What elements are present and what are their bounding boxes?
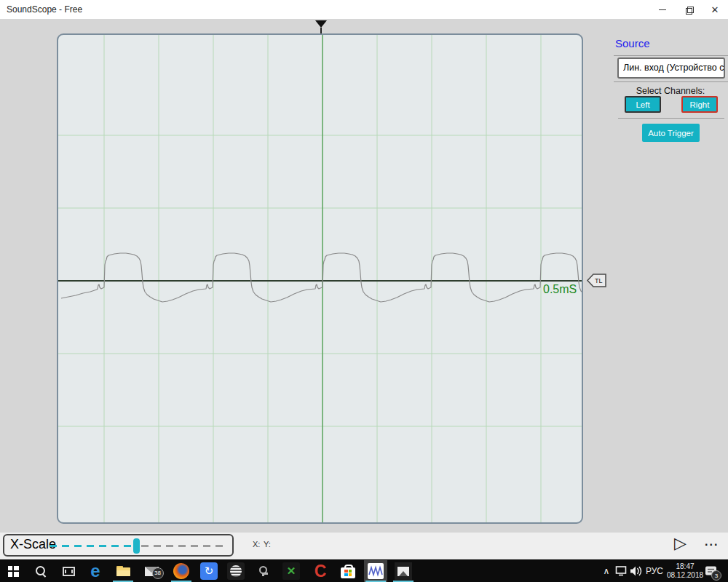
- green-x-icon: ✕: [282, 562, 300, 580]
- tray-show-hidden-icons[interactable]: ∧: [600, 560, 613, 582]
- title-bar: SoundScope - Free ✕: [0, 0, 728, 19]
- tray-date: 08.12.2018: [667, 571, 703, 580]
- task-view-button[interactable]: [57, 560, 80, 582]
- mail-icon: 38: [145, 567, 159, 576]
- minimize-button[interactable]: [649, 0, 676, 19]
- audio-device-select[interactable]: Лин. вход (Устройство с: [617, 57, 725, 79]
- taskbar-firefox[interactable]: [170, 560, 193, 582]
- mail-badge: 38: [152, 567, 164, 579]
- restore-icon: [686, 7, 692, 13]
- search-icon: [35, 565, 47, 577]
- main-area: 0.5mS TL Source Лин. вход (Устройство с …: [0, 19, 728, 533]
- taskbar-store[interactable]: [336, 560, 360, 582]
- restore-button[interactable]: [676, 0, 702, 19]
- scope-canvas: [58, 35, 582, 522]
- minimize-icon: [659, 9, 666, 10]
- divider: [614, 81, 728, 82]
- firefox-icon: [173, 563, 189, 579]
- taskbar-att-app[interactable]: [224, 560, 248, 582]
- x-scale-track-empty[interactable]: [141, 545, 226, 547]
- cursor-x-readout: X:: [253, 540, 260, 549]
- source-panel-title: Source: [615, 37, 650, 49]
- taskbar-file-explorer[interactable]: [111, 560, 135, 582]
- x-scale-group: X-Scale: [3, 534, 234, 557]
- notification-badge: 3: [711, 570, 721, 581]
- tray-time: 18:47: [676, 562, 694, 571]
- window-title: SoundScope - Free: [7, 0, 82, 19]
- taskbar-soundscope-active[interactable]: [364, 560, 387, 582]
- globe-icon: [227, 562, 245, 580]
- taskbar-x-app[interactable]: ✕: [280, 560, 303, 582]
- taskbar-ccleaner[interactable]: C: [309, 560, 332, 582]
- network-icon[interactable]: [614, 560, 629, 582]
- bottom-control-bar: X-Scale X: Y: ▷ ...: [0, 533, 728, 559]
- taskbar-sync-app[interactable]: ↻: [197, 560, 221, 582]
- right-channel-button[interactable]: Right: [681, 96, 718, 113]
- sync-icon: ↻: [200, 562, 218, 580]
- oscilloscope-display[interactable]: 0.5mS: [57, 33, 583, 524]
- soundscope-icon: [368, 563, 384, 579]
- task-view-icon: [63, 567, 75, 576]
- volume-icon[interactable]: [629, 560, 644, 582]
- action-center-button[interactable]: 3: [700, 560, 722, 582]
- play-button[interactable]: ▷: [674, 534, 687, 553]
- tl-text: TL: [595, 277, 603, 284]
- edge-icon: e: [90, 562, 100, 581]
- auto-trigger-button[interactable]: Auto Trigger: [642, 124, 700, 142]
- select-channels-label: Select Channels:: [614, 86, 727, 96]
- trigger-position-stem: [320, 28, 322, 33]
- taskbar-photos[interactable]: [392, 560, 415, 582]
- taskbar-mail[interactable]: 38: [140, 560, 163, 582]
- taskbar-edge[interactable]: e: [84, 560, 107, 582]
- taskbar: e 38 ↻ ✕ C ∧: [0, 560, 728, 582]
- folder-icon: [116, 566, 130, 576]
- photos-icon: [395, 562, 412, 580]
- cursor-y-readout: Y:: [264, 540, 271, 549]
- ccleaner-icon: C: [314, 562, 327, 581]
- divider: [618, 118, 724, 119]
- close-button[interactable]: ✕: [702, 0, 728, 19]
- x-scale-slider-thumb[interactable]: [133, 538, 140, 554]
- audio-device-value: Лин. вход (Устройство с: [623, 63, 724, 73]
- more-options-button[interactable]: ...: [705, 535, 719, 549]
- taskbar-key-tool[interactable]: [251, 560, 274, 582]
- left-channel-button[interactable]: Left: [625, 96, 661, 113]
- x-scale-track-filled[interactable]: [50, 545, 134, 547]
- windows-logo-icon: [8, 566, 19, 577]
- trigger-position-marker-icon[interactable]: [315, 20, 327, 28]
- taskbar-search-button[interactable]: [29, 560, 52, 582]
- trigger-level-tag[interactable]: TL: [587, 274, 606, 287]
- language-indicator[interactable]: РУС: [645, 560, 664, 582]
- divider: [614, 55, 728, 56]
- time-per-division-label: 0.5mS: [543, 283, 577, 296]
- start-button[interactable]: [1, 560, 25, 582]
- store-icon: [341, 565, 355, 578]
- key-icon: [256, 566, 269, 576]
